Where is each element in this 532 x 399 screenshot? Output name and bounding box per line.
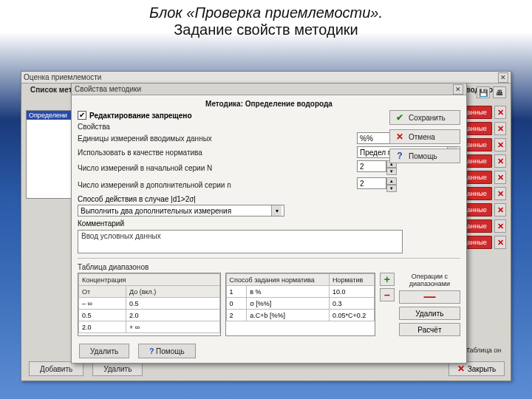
count-extra-label: Число измерений в дополнительной серии n: [78, 181, 351, 189]
range-delete-button[interactable]: Удалить: [399, 307, 460, 320]
save-button[interactable]: ✔Сохранить: [389, 110, 460, 125]
comment-textarea[interactable]: Ввод условных данных: [78, 230, 403, 253]
count-extra-spinner[interactable]: 2▴▾: [357, 177, 460, 192]
remove-range-button[interactable]: –: [380, 288, 395, 301]
lock-label: Редактирование запрещено: [89, 112, 192, 120]
row-delete-icon[interactable]: ✕: [494, 187, 506, 200]
action-label: Способ действия в случае |d1>2σ|: [78, 195, 460, 203]
delete-button[interactable]: Удалить: [92, 361, 143, 376]
table-row: 2.0+ ∞: [79, 321, 220, 333]
units-label: Единицы измерений вводимых данных: [78, 134, 351, 143]
table-row: 2a.C+b [%%]0.05*C+0.2: [226, 310, 374, 321]
close-label: Закрыть: [468, 365, 497, 373]
window-titlebar: Оценка приемлемости ✕: [21, 72, 511, 83]
dialog-titlebar: Свойства методики ✕: [72, 83, 466, 95]
spinner-down-icon: ▾: [386, 168, 397, 175]
help-button[interactable]: ?Помощь: [389, 149, 460, 163]
count-n-label: Число измерений в начальной серии N: [78, 164, 351, 172]
dialog-delete-button[interactable]: Удалить: [79, 344, 129, 358]
concentration-table[interactable]: Концентрация ОтДо (вкл.) – ∞0.5 0.52.0 2…: [78, 273, 221, 336]
add-button[interactable]: Добавить: [29, 361, 83, 376]
row-delete-icon[interactable]: ✕: [494, 171, 506, 184]
spinner-down-icon: ▾: [386, 185, 397, 192]
close-icon: ✕: [395, 132, 405, 142]
title-line-1: Блок «Проверка приемлемости».: [0, 4, 532, 21]
method-heading: Методика: Определение водорода: [78, 100, 460, 108]
add-range-button[interactable]: +: [380, 273, 395, 286]
lock-checkbox[interactable]: ✔: [78, 111, 86, 120]
row-delete-icon[interactable]: ✕: [494, 138, 506, 151]
method-properties-dialog: Свойства методики ✕ Методика: Определени…: [71, 83, 467, 364]
row-delete-icon[interactable]: ✕: [494, 154, 506, 168]
question-icon: ?: [395, 151, 405, 161]
range-calc-button[interactable]: Расчёт: [399, 323, 460, 336]
table-row: 0σ [%%]0.3: [226, 298, 374, 310]
save-icon[interactable]: 💾: [477, 86, 490, 98]
table-row: 0.52.0: [79, 310, 220, 321]
dialog-close-icon[interactable]: ✕: [453, 84, 463, 95]
comment-label: Комментарий: [78, 219, 460, 228]
delete-range-icon[interactable]: —: [399, 290, 460, 304]
norm-label: Использовать в качестве норматива: [78, 149, 351, 157]
close-button[interactable]: ✕ Закрыть: [449, 361, 505, 376]
row-delete-icon[interactable]: ✕: [494, 106, 506, 119]
row-delete-icon[interactable]: ✕: [494, 122, 506, 135]
window-title: Оценка приемлемости: [24, 73, 101, 81]
conc-header: Концентрация: [79, 274, 220, 286]
table-row: 1в %10.0: [226, 286, 374, 298]
title-line-2: Задание свойств методики: [0, 21, 532, 38]
table-row: – ∞0.5: [79, 298, 220, 310]
norm-table[interactable]: Способ задания нормативаНорматив 1в %10.…: [225, 273, 375, 336]
check-icon: ✔: [395, 112, 405, 123]
table-caption: 7 Таблица он: [460, 347, 505, 354]
action-select[interactable]: Выполнить два дополнительных измерения▾: [78, 205, 284, 216]
spinner-up-icon: ▴: [386, 177, 397, 185]
row-delete-icon[interactable]: ✕: [494, 219, 506, 233]
dialog-help-button[interactable]: ? Помощь: [138, 344, 196, 358]
row-delete-icon[interactable]: ✕: [494, 236, 506, 249]
close-icon: ✕: [457, 364, 465, 374]
question-icon: ?: [149, 347, 154, 355]
slide-title: Блок «Проверка приемлемости». Задание св…: [0, 0, 532, 40]
print-icon[interactable]: 🖶: [493, 86, 506, 98]
cancel-button[interactable]: ✕Отмена: [389, 129, 460, 144]
ops-caption: Операции с диапазонами: [399, 273, 460, 287]
window-close-icon[interactable]: ✕: [498, 72, 508, 83]
chevron-down-icon: ▾: [271, 205, 282, 216]
ranges-caption: Таблица диапазонов: [78, 263, 460, 271]
row-delete-icon[interactable]: ✕: [494, 203, 506, 216]
dialog-title: Свойства методики: [75, 85, 141, 93]
